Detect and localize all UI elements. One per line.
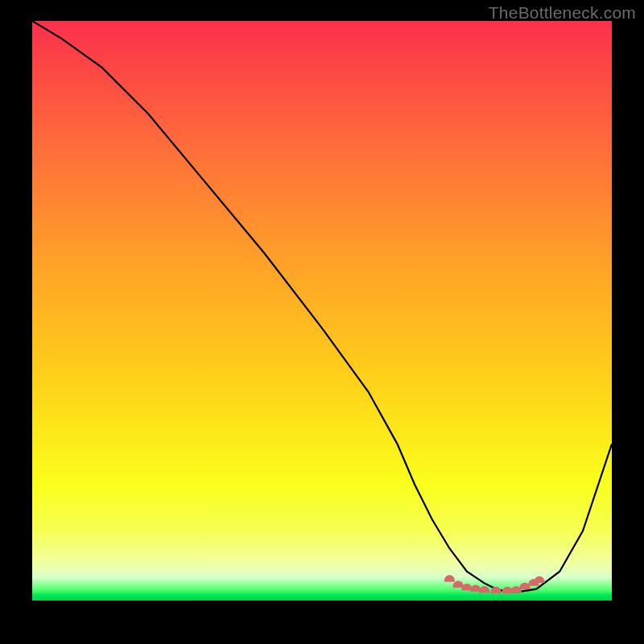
- watermark-text: TheBottleneck.com: [489, 3, 636, 23]
- chart-background-gradient: [32, 21, 612, 601]
- chart-plot-area: [32, 21, 612, 601]
